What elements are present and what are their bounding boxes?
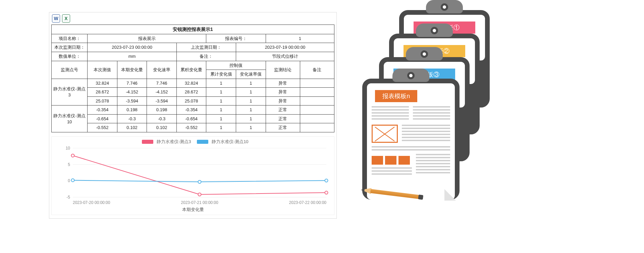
cell: 32.824 [176,79,206,88]
report-toolbar: W X [51,14,334,25]
cell: 正常 [266,123,300,132]
cell: 0.198 [117,106,147,115]
template-label-n: 报表模板n [375,90,417,102]
cell: -0.552 [88,123,117,132]
cell: 1 [206,96,236,106]
cell-point-name: 静力水准仪-测点10 [52,106,88,132]
cell: -0.654 [88,114,117,123]
val-remark: 节段式位移计 [236,52,334,61]
table-row: 28.672-4.152-4.15228.67211异常 [52,88,334,97]
val-last-date: 2023-07-19 00:00:00 [236,43,334,52]
lbl-project: 项目名称： [52,34,88,43]
cell: 1 [206,79,236,88]
lbl-remark: 备注： [176,52,236,61]
clipboard-clip-icon [426,0,463,13]
cell [300,79,334,88]
svg-point-13 [325,191,328,194]
cell: -0.354 [88,106,117,115]
chart-title: 本期变化量 [54,207,331,213]
cell: 32.824 [88,79,117,88]
clipboard-clip-icon [406,47,443,60]
cell: -4.152 [147,88,177,97]
chart-area: 静力水准仪-测点3 静力水准仪-测点10 -505102023-07-20 00… [51,136,334,215]
svg-point-12 [198,193,201,196]
template-stack: 报表模板① 报表模板② 报表模板③ 报表模板n [356,3,490,205]
cell: -3.594 [147,96,177,106]
cell: 7.746 [147,79,177,88]
cell: 异常 [266,88,300,97]
val-report-no: 1 [266,34,334,43]
val-this-date: 2023-07-23 00:00:00 [88,43,177,52]
cell: 1 [206,88,236,97]
legend-swatch-2 [197,140,208,144]
lbl-this-date: 本次监测日期： [52,43,88,52]
cell [300,106,334,115]
cell: 28.672 [176,88,206,97]
svg-point-15 [198,180,201,183]
cell: -3.594 [117,96,147,106]
clipboard-clip-icon [416,24,453,37]
hdr-this-value: 本次测值 [88,61,117,79]
val-unit: mm [88,52,177,61]
lbl-last-date: 上次监测日期： [176,43,236,52]
report-table: 安锐测控报表展示1 项目名称： 报表展示 报表编号： 1 本次监测日期： 202… [51,25,334,132]
svg-text:0: 0 [68,178,70,183]
export-word-icon[interactable]: W [52,14,60,23]
cell: 25.078 [176,96,206,106]
hdr-accum: 累积变化量 [176,61,206,79]
svg-text:2023-07-20 00:00:00: 2023-07-20 00:00:00 [73,200,110,205]
cell: 正常 [266,106,300,115]
cell: 1 [206,106,236,115]
svg-text:2023-07-21 00:00:00: 2023-07-21 00:00:00 [181,200,218,205]
table-row: -0.5520.1020.102-0.55211正常 [52,123,334,132]
svg-text:10: 10 [66,146,70,151]
cell: 1 [236,88,266,97]
legend-swatch-1 [142,140,153,144]
cell: -0.654 [176,114,206,123]
report-panel: W X 安锐测控报表展示1 项目名称： 报表展示 报表编号： 1 本次监测日期：… [49,12,337,219]
table-row: 25.078-3.594-3.59425.07811异常 [52,96,334,106]
legend-label-2: 静力水准仪-测点10 [212,139,249,144]
hdr-ctrl-accum: 累计变化值 [206,70,236,79]
hdr-period-change: 本期变化量 [117,61,147,79]
cell: -0.3 [117,114,147,123]
svg-text:5: 5 [68,162,70,167]
hdr-remark2: 备注 [300,61,334,79]
cell: 7.746 [117,79,147,88]
cell: 28.672 [88,88,117,97]
doc-preview-icon [372,106,450,121]
cell: 正常 [266,114,300,123]
cell: -4.152 [117,88,147,97]
hdr-point: 监测点号 [52,61,88,79]
hdr-ctrl: 控制值 [206,61,266,70]
legend-label-1: 静力水准仪-测点3 [157,139,191,144]
page-fold-icon [444,189,456,201]
cell: -0.354 [176,106,206,115]
cell: 异常 [266,96,300,106]
template-clipboard-n[interactable]: 报表模板n [362,79,460,200]
cell: 1 [236,123,266,132]
export-excel-icon[interactable]: X [62,14,70,23]
svg-text:-5: -5 [66,195,70,200]
cell [300,96,334,106]
hdr-conclusion: 监测结论 [266,61,300,79]
doc-image-icon [372,125,398,143]
chart-legend: 静力水准仪-测点3 静力水准仪-测点10 [54,139,331,145]
clipboard-clip-icon [392,69,429,82]
hdr-change-rate: 变化速率 [147,61,177,79]
report-title: 安锐测控报表展示1 [52,25,334,34]
chart-svg: -505102023-07-20 00:00:002023-07-21 00:0… [54,145,331,206]
cell: -0.3 [147,114,177,123]
cell: 1 [236,96,266,106]
val-project: 报表展示 [88,34,206,43]
lbl-unit: 数值单位： [52,52,88,61]
svg-point-16 [325,179,328,182]
cell: 0.102 [117,123,147,132]
cell: 0.102 [147,123,177,132]
doc-blocks-icon [372,156,412,165]
cell: 1 [236,106,266,115]
svg-point-14 [71,179,74,182]
table-row: 静力水准仪-测点332.8247.7467.74632.82411异常 [52,79,334,88]
cell [300,123,334,132]
cell: 1 [236,114,266,123]
